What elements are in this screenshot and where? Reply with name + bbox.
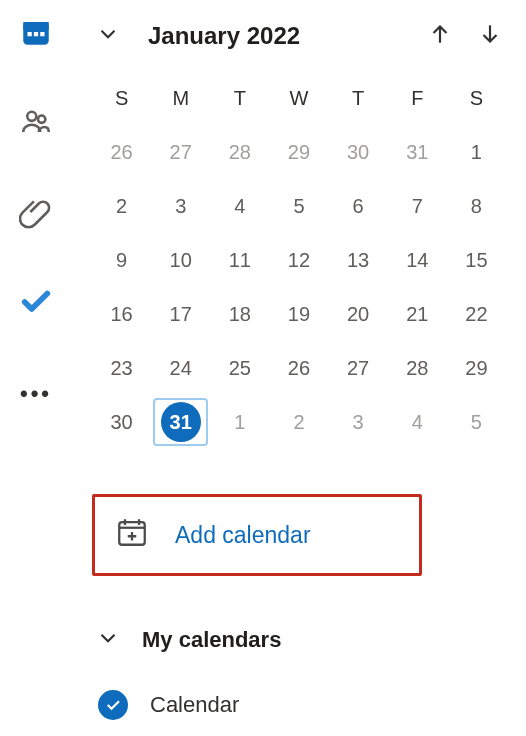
calendar-day[interactable]: 3	[331, 398, 386, 446]
month-expand-toggle[interactable]	[92, 20, 124, 52]
calendar-day[interactable]: 12	[271, 236, 326, 284]
svg-point-5	[27, 111, 36, 120]
day-of-week-header: T	[331, 74, 386, 122]
more-icon: •••	[20, 381, 52, 407]
calendar-day[interactable]: 15	[449, 236, 504, 284]
calendar-day[interactable]: 14	[390, 236, 445, 284]
calendar-day[interactable]: 7	[390, 182, 445, 230]
add-calendar-label: Add calendar	[175, 522, 311, 549]
calendar-day[interactable]: 27	[331, 344, 386, 392]
my-calendars-toggle[interactable]	[92, 624, 124, 656]
svg-rect-1	[23, 22, 49, 29]
calendar-day[interactable]: 26	[271, 344, 326, 392]
calendar-day[interactable]: 18	[212, 290, 267, 338]
calendar-icon	[19, 15, 53, 54]
prev-month-button[interactable]	[424, 20, 456, 52]
rail-todo[interactable]	[6, 282, 66, 326]
add-calendar-button[interactable]: Add calendar	[92, 494, 422, 576]
calendar-day[interactable]: 4	[212, 182, 267, 230]
calendar-day[interactable]: 24	[153, 344, 208, 392]
chevron-down-icon	[95, 625, 121, 656]
calendar-day[interactable]: 19	[271, 290, 326, 338]
calendar-day[interactable]: 8	[449, 182, 504, 230]
month-header: January 2022	[92, 20, 506, 52]
day-of-week-header: W	[271, 74, 326, 122]
calendar-day[interactable]: 4	[390, 398, 445, 446]
calendar-day[interactable]: 3	[153, 182, 208, 230]
svg-rect-2	[28, 32, 32, 36]
day-of-week-header: T	[212, 74, 267, 122]
day-of-week-header: S	[94, 74, 149, 122]
calendar-day[interactable]: 2	[94, 182, 149, 230]
my-calendars-label: My calendars	[142, 627, 281, 653]
add-calendar-icon	[115, 515, 149, 555]
calendar-day[interactable]: 20	[331, 290, 386, 338]
calendar-name: Calendar	[150, 692, 239, 718]
calendar-day[interactable]: 29	[449, 344, 504, 392]
calendar-day[interactable]: 1	[449, 128, 504, 176]
calendar-day[interactable]: 26	[94, 128, 149, 176]
rail-files[interactable]	[6, 192, 66, 236]
people-icon	[19, 105, 53, 144]
calendar-day[interactable]: 27	[153, 128, 208, 176]
calendar-day[interactable]: 28	[390, 344, 445, 392]
svg-point-6	[38, 115, 45, 122]
calendar-day[interactable]: 28	[212, 128, 267, 176]
calendar-day[interactable]: 21	[390, 290, 445, 338]
rail-people[interactable]	[6, 102, 66, 146]
day-of-week-header: F	[390, 74, 445, 122]
calendar-list-item[interactable]: Calendar	[92, 690, 506, 720]
calendar-day[interactable]: 30	[331, 128, 386, 176]
attachment-icon	[19, 195, 53, 234]
day-of-week-header: M	[153, 74, 208, 122]
calendar-day[interactable]: 6	[331, 182, 386, 230]
calendar-day[interactable]: 2	[271, 398, 326, 446]
calendar-checked-icon[interactable]	[98, 690, 128, 720]
calendar-day[interactable]: 31	[153, 398, 208, 446]
chevron-down-icon	[95, 21, 121, 52]
next-month-button[interactable]	[474, 20, 506, 52]
checkmark-icon	[19, 285, 53, 324]
calendar-day[interactable]: 5	[271, 182, 326, 230]
day-of-week-header: S	[449, 74, 504, 122]
calendar-day[interactable]: 22	[449, 290, 504, 338]
calendar-day[interactable]: 11	[212, 236, 267, 284]
calendar-day[interactable]: 5	[449, 398, 504, 446]
calendar-day[interactable]: 31	[390, 128, 445, 176]
calendar-day[interactable]: 16	[94, 290, 149, 338]
rail-more[interactable]: •••	[6, 372, 66, 416]
calendar-day[interactable]: 23	[94, 344, 149, 392]
calendar-pane: January 2022 SMTWTFS26272829303112345678…	[72, 0, 526, 736]
app-rail: •••	[0, 0, 72, 736]
calendar-day[interactable]: 17	[153, 290, 208, 338]
my-calendars-section-header[interactable]: My calendars	[92, 624, 506, 656]
calendar-day[interactable]: 10	[153, 236, 208, 284]
calendar-day[interactable]: 29	[271, 128, 326, 176]
calendar-day[interactable]: 25	[212, 344, 267, 392]
calendar-day[interactable]: 30	[94, 398, 149, 446]
calendar-day[interactable]: 1	[212, 398, 267, 446]
svg-rect-3	[34, 32, 38, 36]
arrow-down-icon	[477, 21, 503, 52]
rail-calendar[interactable]	[6, 12, 66, 56]
mini-calendar-grid: SMTWTFS262728293031123456789101112131415…	[94, 74, 504, 446]
arrow-up-icon	[427, 21, 453, 52]
calendar-day[interactable]: 13	[331, 236, 386, 284]
svg-rect-4	[40, 32, 44, 36]
month-title[interactable]: January 2022	[148, 22, 300, 50]
calendar-day[interactable]: 9	[94, 236, 149, 284]
